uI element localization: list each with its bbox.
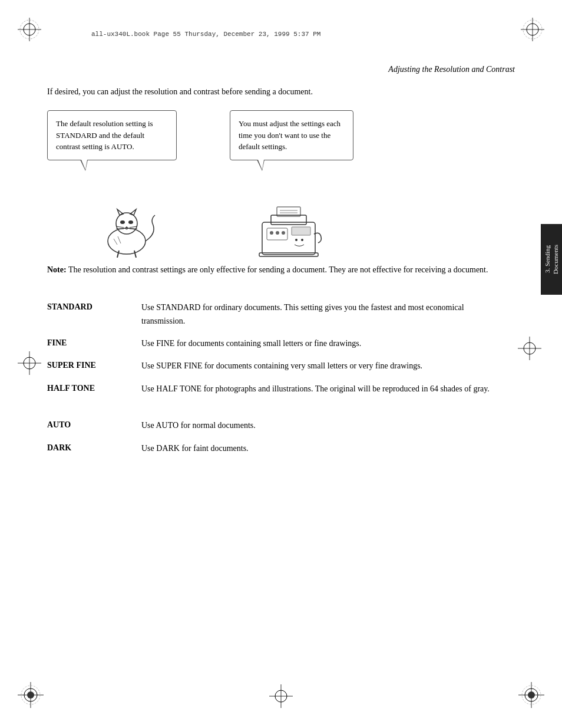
svg-marker-30 xyxy=(130,209,136,215)
cat-illustration xyxy=(47,193,200,258)
callout-left: The default resolution setting is STANDA… xyxy=(47,110,177,160)
main-content: If desired, you can adjust the resolutio… xyxy=(47,85,509,467)
callout-right: You must adjust the settings each time y… xyxy=(230,110,353,160)
def-row: STANDARDUse STANDARD for ordinary docume… xyxy=(47,301,509,328)
svg-point-32 xyxy=(128,220,133,224)
def-desc-standard: Use STANDARD for ordinary documents. Thi… xyxy=(141,301,509,328)
svg-rect-51 xyxy=(292,227,310,235)
svg-point-48 xyxy=(270,231,273,235)
right-mid-mark xyxy=(518,337,541,363)
side-tab-text: 3. SendingDocuments xyxy=(543,245,560,274)
svg-point-50 xyxy=(282,231,285,235)
svg-line-40 xyxy=(114,239,117,245)
resolution-definitions: STANDARDUse STANDARD for ordinary docume… xyxy=(47,301,509,396)
svg-marker-29 xyxy=(117,209,123,215)
def-term-half-tone: HALF TONE xyxy=(47,383,141,393)
page-title: Adjusting the Resolution and Contrast xyxy=(388,65,515,74)
svg-line-41 xyxy=(118,236,121,243)
def-row: SUPER FINEUse SUPER FINE for documents c… xyxy=(47,360,509,373)
def-desc-contrast-auto: Use AUTO for normal documents. xyxy=(141,419,509,432)
def-row-contrast: DARKUse DARK for faint documents. xyxy=(47,442,509,455)
def-row-contrast: AUTOUse AUTO for normal documents. xyxy=(47,419,509,432)
contrast-definitions: AUTOUse AUTO for normal documents.DARKUs… xyxy=(47,419,509,455)
def-term-standard: STANDARD xyxy=(47,301,141,312)
note-text: The resolution and contrast settings are… xyxy=(67,265,488,274)
intro-paragraph: If desired, you can adjust the resolutio… xyxy=(47,85,509,98)
svg-point-27 xyxy=(108,228,146,254)
def-term-super-fine: SUPER FINE xyxy=(47,360,141,370)
left-mid-mark xyxy=(18,351,41,377)
def-desc-contrast-dark: Use DARK for faint documents. xyxy=(141,442,509,455)
def-term-contrast-auto: AUTO xyxy=(47,419,141,430)
def-desc-fine: Use FINE for documents containing small … xyxy=(141,337,509,350)
svg-point-16 xyxy=(528,691,535,699)
def-term-fine: FINE xyxy=(47,337,141,348)
corner-mark-bl xyxy=(18,682,44,710)
svg-marker-33 xyxy=(125,226,128,228)
page: all-ux340L.book Page 55 Thursday, Decemb… xyxy=(0,0,562,728)
svg-point-11 xyxy=(27,691,34,699)
svg-point-53 xyxy=(295,239,297,241)
corner-mark-br xyxy=(518,682,544,710)
corner-mark-tr xyxy=(521,18,544,44)
bottom-center-mark xyxy=(269,684,293,710)
note-section: Note: The resolution and contrast settin… xyxy=(47,263,509,276)
file-info: all-ux340L.book Page 55 Thursday, Decemb… xyxy=(91,31,320,38)
def-desc-half-tone: Use HALF TONE for photographs and illust… xyxy=(141,383,509,396)
svg-line-38 xyxy=(117,251,119,258)
svg-line-39 xyxy=(134,251,136,258)
corner-mark-tl xyxy=(18,18,41,44)
fax-illustration xyxy=(230,193,353,258)
svg-point-49 xyxy=(276,231,279,235)
svg-point-54 xyxy=(301,239,303,241)
def-row: FINEUse FINE for documents containing sm… xyxy=(47,337,509,350)
side-tab: 3. SendingDocuments xyxy=(541,224,562,295)
def-term-contrast-dark: DARK xyxy=(47,442,141,453)
note-label: Note: xyxy=(47,265,67,274)
def-desc-super-fine: Use SUPER FINE for documents containing … xyxy=(141,360,509,373)
svg-point-28 xyxy=(116,213,137,234)
svg-point-31 xyxy=(120,220,125,224)
def-row: HALF TONEUse HALF TONE for photographs a… xyxy=(47,383,509,396)
